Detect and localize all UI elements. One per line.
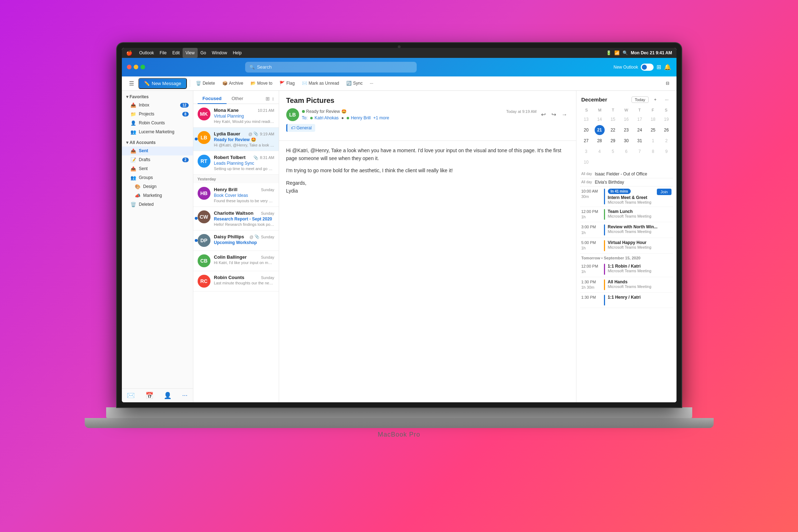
cal-day-19[interactable]: 19 [661, 114, 671, 124]
notification-icon[interactable]: 🔔 [664, 64, 671, 70]
event-robin-katri[interactable]: 12:00 PM1h 1:1 Robin / Katri Microsoft T… [580, 262, 673, 277]
flag-button[interactable]: 🚩 Flag [277, 79, 297, 87]
cal-day-5[interactable]: 5 [608, 146, 618, 156]
apple-menu[interactable]: 🍎 [126, 50, 132, 56]
sidebar-item-robin[interactable]: 👤 Robin Counts [122, 119, 193, 128]
search-bar[interactable]: 🔍 Search [245, 62, 417, 73]
sidebar-item-sent2[interactable]: 📤 Sent [122, 164, 193, 173]
event-all-hands[interactable]: 1:30 PM1h 30m All Hands Microsoft Teams … [580, 277, 673, 293]
calendar-more-button[interactable]: ··· [662, 95, 671, 104]
sidebar-item-sent[interactable]: 📤 Sent [122, 146, 193, 155]
event-virtual-happy[interactable]: 5:00 PM1h Virtual Happy Hour Microsoft T… [580, 238, 673, 254]
tab-other[interactable]: Other [227, 94, 248, 104]
email-tag[interactable]: 🏷 General [286, 124, 316, 132]
reply-all-button[interactable]: ↩ [540, 110, 547, 119]
cal-day-23[interactable]: 23 [621, 125, 631, 135]
email-item-robert[interactable]: RT Robert Tolbert 📎 8:31 AM Leads Planni… [193, 151, 279, 175]
more-recipients[interactable]: +1 more [373, 115, 389, 120]
search-menubar-icon[interactable]: 🔍 [623, 50, 628, 55]
email-item-mona[interactable]: MK Mona Kane 10:21 AM Virtual Planning H… [193, 104, 279, 128]
cal-day-6[interactable]: 6 [621, 146, 631, 156]
sync-button[interactable]: 🔄 Sync [343, 79, 366, 87]
minimize-button[interactable] [134, 65, 138, 69]
today-button[interactable]: Today [631, 96, 648, 103]
filter-icon[interactable]: ⊞ [266, 96, 270, 101]
mark-unread-button[interactable]: ✉️ Mark as Unread [299, 79, 342, 87]
menu-view[interactable]: View [183, 48, 198, 58]
cal-day-14[interactable]: 14 [595, 114, 605, 124]
calendar-footer-icon[interactable]: 📅 [145, 392, 153, 399]
menu-help[interactable]: Help [230, 48, 244, 58]
cal-day-16[interactable]: 16 [621, 114, 631, 124]
move-to-button[interactable]: 📂 Move to [248, 79, 276, 87]
email-item-henry[interactable]: HB Henry Brill Sunday Book Cover Ideas F… [193, 183, 279, 207]
grid-icon[interactable]: ⊞ [656, 64, 661, 70]
menu-window[interactable]: Window [209, 48, 230, 58]
email-item-colin[interactable]: CB Colin Ballinger Sunday Hi Katri, I'd … [193, 251, 279, 271]
cal-day-3[interactable]: 3 [581, 146, 591, 156]
close-button[interactable] [127, 65, 132, 69]
cal-day-20[interactable]: 20 [581, 125, 591, 135]
cal-day-26[interactable]: 26 [661, 125, 671, 135]
email-item-lydia[interactable]: LB Lydia Bauer @📎 9:19 AM Ready for Revi… [193, 128, 279, 151]
email-item-robin[interactable]: RC Robin Counts Sunday Last minute thoug… [193, 271, 279, 292]
archive-button[interactable]: 📦 Archive [219, 79, 246, 87]
cal-day-4[interactable]: 4 [595, 146, 605, 156]
more-button[interactable]: ··· [367, 79, 376, 87]
cal-day-1[interactable]: 1 [648, 136, 658, 146]
add-event-button[interactable]: + [651, 95, 660, 104]
reading-pane-button[interactable]: ⊟ [663, 79, 672, 87]
cal-day-21[interactable]: 21 [595, 125, 605, 135]
menu-go[interactable]: Go [198, 48, 209, 58]
sidebar-item-deleted[interactable]: 🗑️ Deleted [122, 200, 193, 209]
cal-day-18[interactable]: 18 [648, 114, 658, 124]
tab-focused[interactable]: Focused [198, 94, 227, 104]
projects-badge: 8 [182, 112, 189, 116]
event-henry-katri[interactable]: 1:30 PM 1:1 Henry / Katri [580, 293, 673, 308]
people-footer-icon[interactable]: 👤 [164, 392, 172, 399]
sidebar-item-design[interactable]: 🎨 Design [122, 182, 193, 191]
cal-day-10[interactable]: 10 [581, 157, 591, 167]
menu-edit[interactable]: Edit [169, 48, 183, 58]
menu-file[interactable]: File [157, 48, 169, 58]
cal-day-31[interactable]: 31 [635, 136, 645, 146]
sidebar-item-inbox[interactable]: 📥 Inbox 12 [122, 101, 193, 110]
cal-day-28[interactable]: 28 [595, 136, 605, 146]
event-review-north[interactable]: 3:00 PM1h Review with North Win... Micro… [580, 222, 673, 238]
cal-day-8[interactable]: 8 [648, 146, 658, 156]
cal-day-25[interactable]: 25 [648, 125, 658, 135]
sidebar-item-groups[interactable]: 👥 Groups [122, 173, 193, 182]
reply-button[interactable]: ↪ [550, 110, 557, 119]
event-intern-meet[interactable]: 10:00 AM30m In 41 mins Intern Meet & Gre… [580, 187, 673, 207]
cal-day-9[interactable]: 9 [661, 146, 671, 156]
mail-footer-icon[interactable]: ✉️ [127, 392, 135, 399]
cal-day-24[interactable]: 24 [635, 125, 645, 135]
cal-day-22[interactable]: 22 [608, 125, 618, 135]
sort-icon[interactable]: ↕ [272, 96, 274, 101]
hamburger-icon[interactable]: ☰ [126, 79, 137, 88]
maximize-button[interactable] [140, 65, 145, 69]
sidebar-item-projects[interactable]: 📁 Projects 8 [122, 110, 193, 119]
sidebar-item-drafts[interactable]: 📝 Drafts 2 [122, 155, 193, 164]
cal-day-13[interactable]: 13 [581, 114, 591, 124]
body-para-3: Regards,Lydia [286, 179, 569, 195]
event-team-lunch[interactable]: 12:00 PM1h Team Lunch Microsoft Teams Me… [580, 207, 673, 223]
forward-button[interactable]: → [560, 110, 569, 119]
cal-day-7[interactable]: 7 [635, 146, 645, 156]
cal-day-2[interactable]: 2 [661, 136, 671, 146]
cal-day-29[interactable]: 29 [608, 136, 618, 146]
sidebar-item-marketing[interactable]: 📣 Marketing [122, 191, 193, 200]
more-footer-icon[interactable]: ··· [182, 392, 188, 399]
new-outlook-toggle[interactable] [641, 64, 654, 71]
new-message-button[interactable]: ✏️ New Message [138, 78, 187, 89]
cal-day-27[interactable]: 27 [581, 136, 591, 146]
cal-day-17[interactable]: 17 [635, 114, 645, 124]
menu-outlook[interactable]: Outlook [137, 48, 157, 58]
cal-day-15[interactable]: 15 [608, 114, 618, 124]
delete-button[interactable]: 🗑️ Delete [193, 79, 218, 87]
join-button[interactable]: Join [657, 189, 671, 195]
sidebar-item-lucerne[interactable]: 👥 Lucerne Marketing [122, 128, 193, 136]
email-item-charlotte[interactable]: CW Charlotte Waltson Sunday Research Rep… [193, 207, 279, 230]
cal-day-30[interactable]: 30 [621, 136, 631, 146]
email-item-daisy[interactable]: DP Daisy Phillips @📎 Sunday Upcoming Wor… [193, 230, 279, 251]
